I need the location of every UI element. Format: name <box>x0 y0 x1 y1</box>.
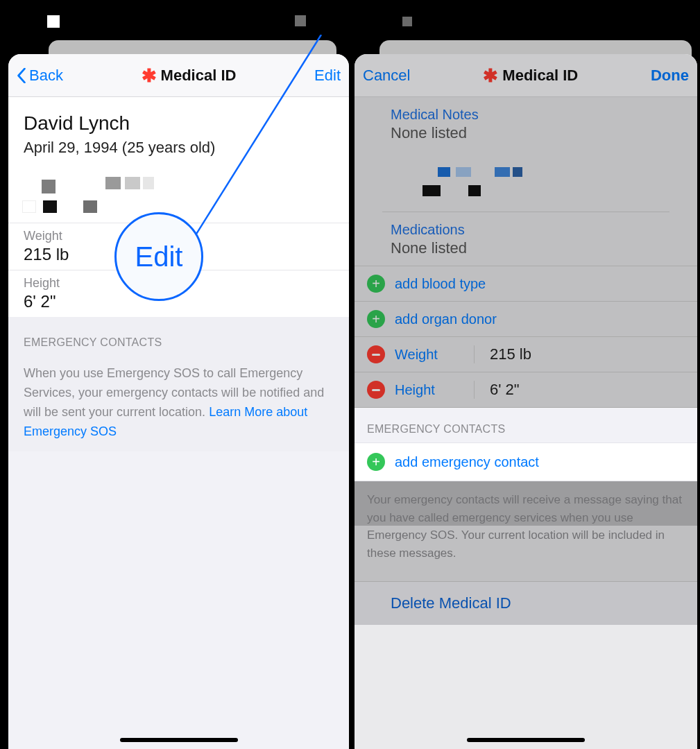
status-indicator <box>402 17 412 26</box>
add-organ-donor-row[interactable]: + add organ donor <box>355 301 697 336</box>
status-bar <box>0 0 350 42</box>
nav-bar: Back ✱ Medical ID Edit <box>8 54 349 97</box>
edit-button[interactable]: Edit <box>314 67 341 85</box>
nav-title: ✱ Medical ID <box>483 67 578 85</box>
back-label: Back <box>29 67 63 85</box>
weight-row: Weight 215 lb <box>8 223 349 270</box>
nav-title: ✱ Medical ID <box>142 67 237 85</box>
emergency-contacts-section: EMERGENCY CONTACTS + add emergency conta… <box>355 408 697 481</box>
status-indicator <box>47 15 60 28</box>
height-edit-row[interactable]: Height 6' 2" <box>355 372 697 408</box>
height-value: 6' 2" <box>24 292 334 311</box>
emergency-contacts-header: EMERGENCY CONTACTS <box>355 408 697 442</box>
phone-view-medical-id: Back ✱ Medical ID Edit David Lynch April… <box>0 0 350 749</box>
person-header: David Lynch April 29, 1994 (25 years old… <box>8 97 349 167</box>
plus-icon: + <box>367 275 385 293</box>
back-button[interactable]: Back <box>17 67 63 85</box>
done-button[interactable]: Done <box>651 67 689 85</box>
status-indicator <box>295 15 306 26</box>
cancel-button[interactable]: Cancel <box>363 67 410 85</box>
home-indicator[interactable] <box>467 738 585 742</box>
weight-value[interactable]: 215 lb <box>474 345 685 363</box>
medical-notes-label: Medical Notes <box>355 97 697 124</box>
phone-edit-medical-id: Cancel ✱ Medical ID Done Medical Notes N… <box>350 0 700 749</box>
medical-asterisk-icon: ✱ <box>142 67 157 85</box>
status-bar <box>350 0 700 42</box>
person-name: David Lynch <box>24 112 334 135</box>
redacted-details <box>355 153 697 209</box>
emergency-contacts-header-block: EMERGENCY CONTACTS <box>8 317 349 354</box>
weight-label: Weight <box>395 347 464 363</box>
weight-edit-row[interactable]: Weight 215 lb <box>355 336 697 372</box>
edit-label: Edit <box>314 67 341 85</box>
medications-label: Medications <box>355 212 697 239</box>
delete-medical-id-label: Delete Medical ID <box>391 594 511 612</box>
emergency-contacts-description: Your emergency contacts will receive a m… <box>355 481 697 581</box>
plus-icon: + <box>367 310 385 328</box>
height-label: Height <box>395 382 464 398</box>
emergency-contacts-header: EMERGENCY CONTACTS <box>24 336 334 349</box>
weight-label: Weight <box>24 229 334 243</box>
profile-section: David Lynch April 29, 1994 (25 years old… <box>8 97 349 317</box>
add-emergency-contact-label: add emergency contact <box>395 454 539 470</box>
delete-medical-id-row[interactable]: Delete Medical ID <box>355 581 697 625</box>
cancel-label: Cancel <box>363 67 410 85</box>
nav-bar: Cancel ✱ Medical ID Done <box>355 54 697 97</box>
plus-icon: + <box>367 453 385 471</box>
height-value[interactable]: 6' 2" <box>474 381 685 399</box>
modal-sheet: Cancel ✱ Medical ID Done Medical Notes N… <box>355 54 697 749</box>
nav-title-text: Medical ID <box>161 67 237 85</box>
add-emergency-contact-row[interactable]: + add emergency contact <box>355 442 697 481</box>
medications-value[interactable]: None listed <box>355 239 697 266</box>
medical-asterisk-icon: ✱ <box>483 67 498 85</box>
height-label: Height <box>24 276 334 291</box>
weight-value: 215 lb <box>24 245 334 264</box>
nav-title-text: Medical ID <box>502 67 578 85</box>
sos-description: When you use Emergency SOS to call Emerg… <box>8 354 349 451</box>
person-dob: April 29, 1994 (25 years old) <box>24 139 334 157</box>
add-blood-type-row[interactable]: + add blood type <box>355 266 697 301</box>
edit-form: Medical Notes None listed Medications No… <box>355 97 697 408</box>
minus-icon[interactable] <box>367 345 385 363</box>
medical-notes-value[interactable]: None listed <box>355 124 697 150</box>
redacted-details <box>8 167 349 223</box>
add-blood-type-label: add blood type <box>395 276 486 292</box>
done-label: Done <box>651 67 689 85</box>
add-organ-donor-label: add organ donor <box>395 311 497 327</box>
minus-icon[interactable] <box>367 381 385 399</box>
height-row: Height 6' 2" <box>8 270 349 317</box>
chevron-left-icon <box>17 68 26 83</box>
modal-sheet: Back ✱ Medical ID Edit David Lynch April… <box>8 54 349 749</box>
home-indicator[interactable] <box>120 738 238 742</box>
